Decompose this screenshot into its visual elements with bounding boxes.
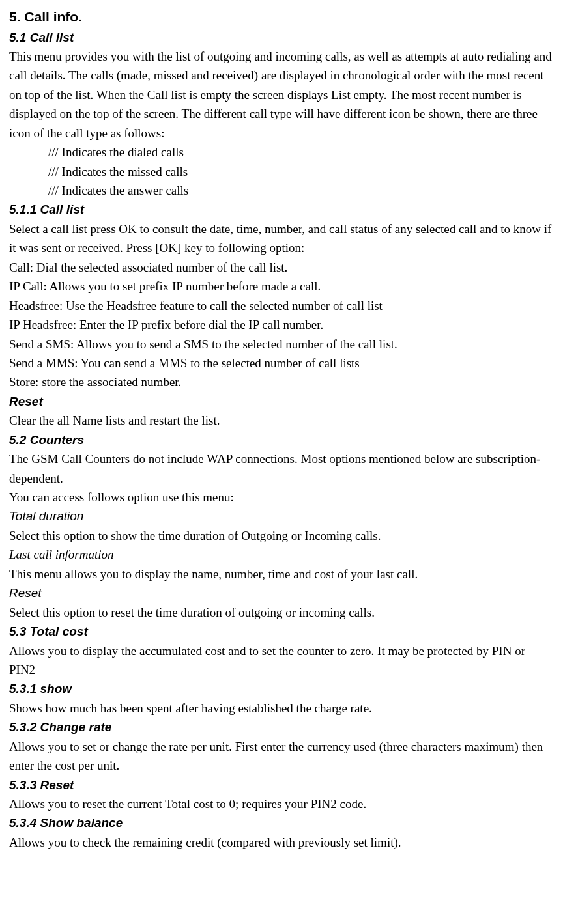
heading-reset-52: Reset	[9, 583, 554, 602]
body-reset-52: Select this option to reset the time dur…	[9, 603, 554, 622]
option-headsfree: Headsfree: Use the Headsfree feature to …	[9, 296, 554, 315]
heading-5-3-1: 5.3.1 show	[9, 679, 554, 698]
body-5-3-1: Shows how much has been spent after havi…	[9, 699, 554, 718]
option-send-sms: Send a SMS: Allows you to send a SMS to …	[9, 335, 554, 354]
option-ip-headsfree: IP Headsfree: Enter the IP prefix before…	[9, 315, 554, 334]
body-reset-511: Clear the all Name lists and restart the…	[9, 411, 554, 430]
option-ip-call: IP Call: Allows you to set prefix IP num…	[9, 277, 554, 296]
heading-reset-511: Reset	[9, 392, 554, 411]
intro-5-1: This menu provides you with the list of …	[9, 47, 554, 143]
body-5-3-3: Allows you to reset the current Total co…	[9, 794, 554, 813]
heading-5-2: 5.2 Counters	[9, 430, 554, 449]
heading-5-1: 5.1 Call list	[9, 28, 554, 47]
intro-5-3: Allows you to display the accumulated co…	[9, 641, 554, 680]
option-store: Store: store the associated number.	[9, 372, 554, 391]
heading-5-3-2: 5.3.2 Change rate	[9, 718, 554, 736]
heading-5-3-3: 5.3.3 Reset	[9, 776, 554, 794]
heading-5-1-1: 5.1.1 Call list	[9, 200, 554, 219]
body-total-duration: Select this option to show the time dura…	[9, 526, 554, 545]
heading-total-duration: Total duration	[9, 507, 554, 525]
heading-5-3: 5.3 Total cost	[9, 622, 554, 641]
option-send-mms: Send a MMS: You can send a MMS to the se…	[9, 354, 554, 372]
icon-missed: /// Indicates the missed calls	[9, 162, 554, 181]
icon-dialed: /// Indicates the dialed calls	[9, 143, 554, 161]
intro-5-2-a: The GSM Call Counters do not include WAP…	[9, 449, 554, 488]
intro-5-1-1: Select a call list press OK to consult t…	[9, 219, 554, 258]
section-title: 5. Call info.	[9, 7, 554, 28]
body-5-3-2: Allows you to set or change the rate per…	[9, 737, 554, 776]
intro-5-2-b: You can access follows option use this m…	[9, 488, 554, 507]
heading-5-3-4: 5.3.4 Show balance	[9, 813, 554, 832]
icon-answer: /// Indicates the answer calls	[9, 181, 554, 200]
body-last-call: This menu allows you to display the name…	[9, 565, 554, 583]
heading-last-call: Last call information	[9, 545, 554, 564]
body-5-3-4: Allows you to check the remaining credit…	[9, 833, 554, 852]
option-call: Call: Dial the selected associated numbe…	[9, 258, 554, 277]
